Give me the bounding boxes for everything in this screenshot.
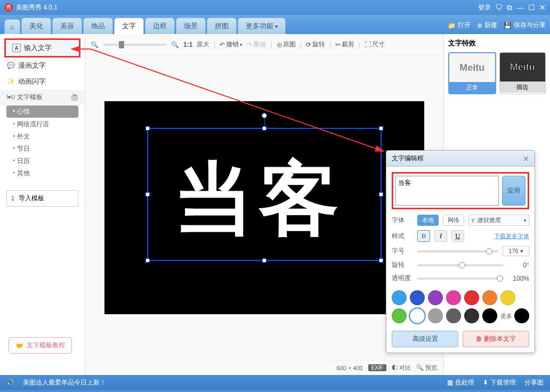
color-swatch-selected[interactable] — [410, 308, 425, 323]
sidebar-comic-text[interactable]: 💬 漫画文字 — [0, 58, 85, 74]
download-manager-button[interactable]: ⬇下载管理 — [483, 378, 516, 387]
rotate-button[interactable]: ⟳旋转 — [306, 40, 325, 49]
tab-accessory[interactable]: 饰品 — [83, 18, 113, 34]
resize-handle-sw[interactable] — [145, 258, 150, 263]
collapse-icon[interactable]: ⌃ — [71, 94, 78, 101]
color-swatch[interactable] — [410, 290, 425, 305]
minimize-icon[interactable]: — — [516, 3, 524, 12]
delete-text-button[interactable]: 🗑 删除本文字 — [463, 331, 529, 347]
exif-badge[interactable]: EXIF — [368, 364, 386, 371]
login-link[interactable]: 登录 — [478, 3, 491, 12]
edit-panel-title: 文字编辑框 — [392, 154, 424, 163]
tab-border[interactable]: 边框 — [145, 18, 175, 34]
preview-button[interactable]: 🔍 预览 — [416, 364, 437, 372]
rotate-handle[interactable] — [262, 113, 267, 118]
zoom-out-icon[interactable]: 🔍 — [91, 41, 99, 48]
color-swatch[interactable] — [482, 290, 497, 305]
tab-home[interactable]: ⌂ — [4, 19, 20, 34]
color-swatch[interactable] — [464, 290, 479, 305]
download-icon: ⬇ — [483, 379, 488, 386]
canvas[interactable]: 当客 — [104, 101, 424, 314]
tab-face[interactable]: 美容 — [52, 18, 82, 34]
template-tree-header[interactable]: I♥U 文字模板 ⌃ — [0, 89, 85, 105]
original-icon: ◎ — [277, 41, 282, 48]
maximize-icon[interactable]: ☐ — [528, 3, 535, 12]
zoom-in-icon[interactable]: 🔍 — [171, 41, 179, 48]
tree-item-calendar[interactable]: 日历 — [0, 155, 85, 167]
font-local-button[interactable]: 本地 — [417, 215, 439, 226]
download-fonts-link[interactable]: 下载更多字体 — [494, 232, 529, 240]
resize-handle-e[interactable] — [379, 192, 383, 197]
trash-icon: 🗑 — [476, 335, 482, 342]
tab-scene[interactable]: 场景 — [176, 18, 206, 34]
size-slider[interactable] — [417, 250, 498, 252]
opacity-slider[interactable] — [417, 277, 504, 280]
tab-text[interactable]: 文字 — [114, 18, 144, 34]
resize-handle-se[interactable] — [379, 258, 383, 263]
sidebar-input-text[interactable]: A 输入文字 — [4, 38, 80, 58]
close-panel-icon[interactable]: ✕ — [523, 154, 529, 163]
text-input[interactable]: 当客 — [395, 176, 499, 206]
color-swatch[interactable] — [482, 308, 497, 323]
new-button[interactable]: ⊕新建 — [477, 21, 497, 34]
compare-button[interactable]: ◐ 对比 — [392, 364, 411, 372]
tree-item-holiday[interactable]: 节日 — [0, 143, 85, 155]
tab-more[interactable]: 更多功能 — [238, 18, 286, 34]
share-button[interactable]: 分享图 — [524, 378, 544, 387]
color-swatch[interactable] — [500, 290, 515, 305]
tab-puzzle[interactable]: 拼图 — [207, 18, 237, 34]
status-news[interactable]: 美图达人最爱单品今日上新！ — [23, 378, 106, 387]
rotate-icon: ⟳ — [306, 41, 311, 48]
sidebar-anim-text[interactable]: ✨ 动画闪字 — [0, 74, 85, 89]
italic-button[interactable]: I — [434, 230, 447, 242]
open-button[interactable]: 📁打开 — [448, 21, 471, 34]
font-selector[interactable]: T 微软雅黑 — [468, 215, 529, 226]
color-swatch[interactable] — [464, 308, 479, 323]
effect-outline[interactable]: Meitu 描边 — [499, 52, 546, 94]
text-selection-box[interactable] — [147, 128, 382, 261]
style-label: 样式 — [392, 232, 413, 241]
advanced-settings-button[interactable]: 高级设置 — [392, 331, 458, 347]
resize-handle-ne[interactable] — [379, 126, 383, 130]
color-swatch[interactable] — [392, 290, 407, 305]
tree-item-slang[interactable]: 网络流行语 — [0, 118, 85, 130]
tab-beautify[interactable]: 美化 — [21, 18, 51, 34]
zoom-slider[interactable] — [103, 44, 167, 46]
rotate-label: 旋转 — [392, 260, 413, 270]
color-swatch[interactable] — [392, 308, 407, 323]
color-swatch[interactable] — [446, 308, 461, 323]
underline-button[interactable]: U — [451, 230, 464, 242]
color-swatch[interactable] — [446, 290, 461, 305]
crop-button[interactable]: ✂裁剪 — [335, 40, 354, 49]
zoom-original[interactable]: 原大 — [197, 40, 209, 49]
original-button[interactable]: ◎原图 — [277, 40, 296, 49]
import-template-button[interactable]: ↧ 导入模板 — [6, 190, 78, 207]
undo-button[interactable]: ↶撤销▾ — [220, 40, 242, 49]
save-button[interactable]: 💾保存与分享 — [504, 21, 546, 34]
resize-handle-w[interactable] — [145, 192, 150, 197]
effect-normal[interactable]: Meitu 正常 — [448, 52, 496, 94]
more-colors-button[interactable] — [514, 308, 529, 323]
resize-handle-s[interactable] — [262, 258, 266, 263]
zoom-ratio[interactable]: 1:1 — [183, 41, 192, 48]
rotate-slider[interactable] — [417, 264, 504, 266]
tree-item-foreign[interactable]: 外文 — [0, 130, 85, 143]
popout-icon[interactable]: ⧉ — [507, 3, 512, 12]
color-swatch[interactable] — [428, 290, 443, 305]
tree-item-other[interactable]: 其他 — [0, 167, 85, 179]
feedback-icon[interactable]: 🗨 — [495, 3, 503, 12]
redo-button[interactable]: ↷重做 — [247, 40, 266, 49]
apply-button[interactable]: 应用 — [502, 176, 525, 206]
resize-handle-n[interactable] — [262, 126, 266, 130]
color-swatch[interactable] — [428, 308, 443, 323]
tree-item-mood[interactable]: 心情 — [6, 105, 78, 118]
font-network-button[interactable]: 网络 — [443, 215, 464, 226]
tutorial-button[interactable]: 🤝 文字模板教程 — [9, 337, 72, 354]
bold-button[interactable]: B — [417, 230, 430, 242]
batch-button[interactable]: ▦批处理 — [447, 378, 474, 387]
dimension-button[interactable]: ⛶尺寸 — [365, 40, 385, 49]
import-icon: ↧ — [10, 195, 15, 202]
close-window-icon[interactable]: ✕ — [539, 3, 546, 12]
size-value[interactable]: 176 ▾ — [503, 246, 529, 256]
resize-handle-nw[interactable] — [145, 126, 150, 130]
